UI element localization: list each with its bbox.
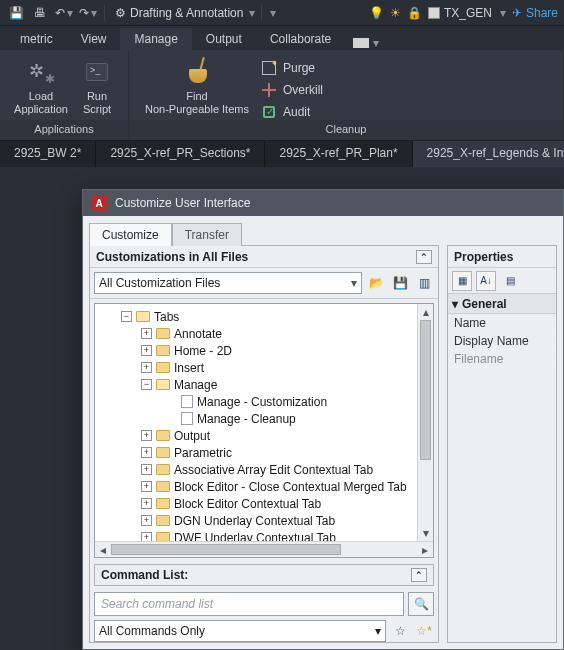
expand-icon[interactable]: + [141, 498, 152, 509]
overkill-icon [262, 83, 276, 97]
tab-transfer[interactable]: Transfer [172, 223, 242, 246]
expand-icon[interactable]: + [141, 515, 152, 526]
qat-more-icon[interactable]: ▾ [270, 6, 276, 20]
tab-view[interactable]: View [67, 28, 121, 50]
ribbon: Load Application Run Script Applications… [0, 50, 564, 141]
categorized-view-icon[interactable]: ▦ [452, 271, 472, 291]
run-script-button[interactable]: Run Script [74, 56, 120, 115]
expand-icon[interactable]: + [141, 532, 152, 541]
tree-item[interactable]: Block Editor - Close Contextual Merged T… [174, 480, 407, 494]
property-row-name[interactable]: Name [448, 314, 556, 332]
tree-scrollbar-vertical[interactable]: ▴▾ [417, 304, 433, 541]
redo-icon[interactable]: ↷▾ [78, 3, 98, 23]
new-command-icon[interactable]: ☆* [414, 621, 434, 641]
tab-collaborate[interactable]: Collaborate [256, 28, 345, 50]
tree-item[interactable]: Tabs [154, 310, 179, 324]
command-filter-dropdown[interactable]: All Commands Only▾ [94, 620, 386, 642]
doc-tab[interactable]: 2925_BW 2* [0, 141, 96, 167]
tab-output[interactable]: Output [192, 28, 256, 50]
chevron-down-icon: ▾ [452, 297, 458, 311]
expand-icon[interactable]: + [141, 362, 152, 373]
customization-files-dropdown[interactable]: All Customization Files▾ [94, 272, 362, 294]
dialog-title: Customize User Interface [115, 196, 250, 210]
workspace-switcher[interactable]: ⚙ Drafting & Annotation ▾ [115, 6, 255, 20]
alphabetical-view-icon[interactable]: A↓ [476, 271, 496, 291]
share-label: Share [526, 6, 558, 20]
tab-parametric[interactable]: metric [6, 28, 67, 50]
tree-item[interactable]: Manage - Customization [197, 395, 327, 409]
dialog-titlebar[interactable]: A Customize User Interface [83, 190, 563, 216]
lightbulb-icon[interactable]: 💡 [369, 6, 384, 20]
tree-item[interactable]: Output [174, 429, 210, 443]
purge-icon [262, 61, 276, 75]
layer-field[interactable]: TX_GEN [428, 6, 492, 20]
gear-icon: ⚙ [115, 6, 126, 20]
chevron-down-icon[interactable]: ▾ [500, 6, 506, 20]
expand-icon[interactable]: + [141, 328, 152, 339]
tab-customize[interactable]: Customize [89, 223, 172, 246]
panel-title: Applications [0, 120, 128, 140]
undo-icon[interactable]: ↶▾ [54, 3, 74, 23]
tree-scrollbar-horizontal[interactable]: ◂▸ [95, 541, 433, 557]
search-icon[interactable]: 🔍 [408, 592, 434, 616]
tree-item[interactable]: Parametric [174, 446, 232, 460]
property-row-filename: Filename [448, 350, 556, 368]
expand-icon[interactable]: − [141, 379, 152, 390]
properties-heading: Properties [454, 250, 513, 264]
tree-item[interactable]: Manage - Cleanup [197, 412, 296, 426]
tree-item[interactable]: Annotate [174, 327, 222, 341]
print-icon[interactable]: 🖶 [30, 3, 50, 23]
lock-icon[interactable]: 🔒 [407, 6, 422, 20]
ribbon-panel-applications: Load Application Run Script Applications [0, 50, 129, 140]
doc-tab[interactable]: 2925_X-ref_Legends & Info* [413, 141, 564, 167]
tree-item[interactable]: DGN Underlay Contextual Tab [174, 514, 335, 528]
expand-icon[interactable]: + [141, 464, 152, 475]
sun-icon[interactable]: ☀ [390, 6, 401, 20]
tree-item[interactable]: Block Editor Contextual Tab [174, 497, 321, 511]
command-search-input[interactable]: Search command list [94, 592, 404, 616]
property-group-general[interactable]: ▾ General [448, 294, 556, 314]
script-icon [86, 63, 108, 81]
reset-icon[interactable]: ▤ [500, 271, 520, 291]
ribbon-disclosure[interactable]: ▾ [353, 36, 379, 50]
cui-dialog: A Customize User Interface Customize Tra… [82, 189, 564, 650]
collapse-button[interactable]: ⌃ [416, 250, 432, 264]
favorite-icon[interactable]: ☆ [390, 621, 410, 641]
purge-button[interactable]: Purge [257, 58, 327, 78]
gears-icon [27, 58, 55, 86]
save-file-icon[interactable]: 💾 [390, 273, 410, 293]
dialog-tabstrip: Customize Transfer [83, 216, 563, 245]
audit-button[interactable]: Audit [257, 102, 327, 122]
expand-icon[interactable]: + [141, 345, 152, 356]
command-list-heading: Command List: [101, 568, 188, 582]
document-tabs: 2925_BW 2* 2925_X-ref_PR_Sections* 2925_… [0, 141, 564, 167]
doc-tab[interactable]: 2925_X-ref_PR_Sections* [96, 141, 265, 167]
tree-item[interactable]: DWF Underlay Contextual Tab [174, 531, 336, 542]
display-filter-icon[interactable]: ▥ [414, 273, 434, 293]
overkill-button[interactable]: Overkill [257, 80, 327, 100]
collapse-button[interactable]: ⌃ [411, 568, 427, 582]
property-row-display-name[interactable]: Display Name [448, 332, 556, 350]
tree-item[interactable]: Associative Array Edit Contextual Tab [174, 463, 373, 477]
tree-item[interactable]: Insert [174, 361, 204, 375]
expand-icon[interactable]: + [141, 430, 152, 441]
workspace-label: Drafting & Annotation [130, 6, 243, 20]
open-file-icon[interactable]: 📂 [366, 273, 386, 293]
broom-icon [183, 57, 211, 87]
app-badge-icon: A [91, 195, 107, 211]
tree-item[interactable]: Manage [174, 378, 217, 392]
expand-icon[interactable]: − [121, 311, 132, 322]
expand-icon[interactable]: + [141, 447, 152, 458]
tab-manage[interactable]: Manage [120, 28, 191, 50]
save-icon[interactable]: 💾 [6, 3, 26, 23]
panel-title: Cleanup [129, 120, 563, 140]
expand-icon[interactable]: + [141, 481, 152, 492]
find-nonpurgeable-button[interactable]: Find Non-Purgeable Items [137, 56, 257, 115]
load-application-button[interactable]: Load Application [8, 56, 74, 115]
layer-name: TX_GEN [444, 6, 492, 20]
customizations-heading: Customizations in All Files [96, 250, 248, 264]
share-button[interactable]: ✈ Share [512, 6, 558, 20]
doc-tab[interactable]: 2925_X-ref_PR_Plan* [265, 141, 412, 167]
customizations-panel: Customizations in All Files ⌃ All Custom… [89, 245, 439, 643]
tree-item[interactable]: Home - 2D [174, 344, 232, 358]
